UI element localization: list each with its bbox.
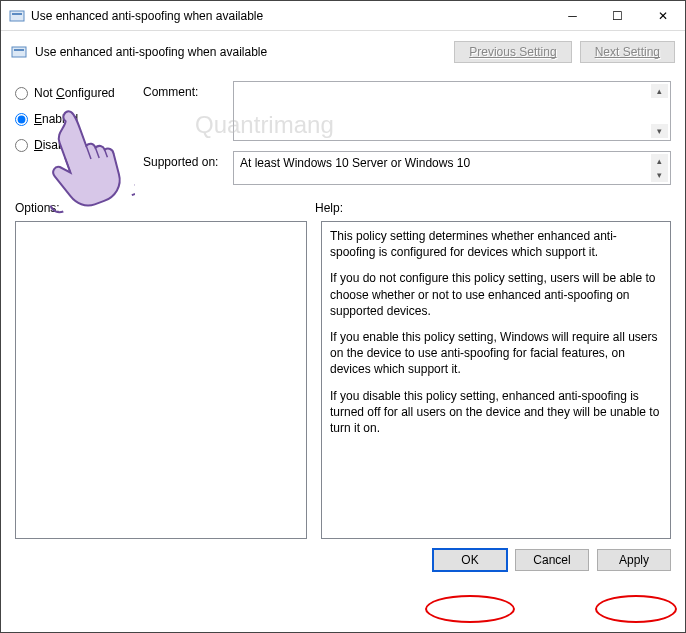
supported-on-label: Supported on: (143, 151, 233, 185)
maximize-button[interactable]: ☐ (595, 1, 640, 30)
policy-icon (11, 44, 27, 60)
help-text: If you enable this policy setting, Windo… (330, 329, 662, 378)
supported-on-box: At least Windows 10 Server or Windows 10… (233, 151, 671, 185)
scroll-up-icon[interactable]: ▴ (651, 154, 668, 168)
annotation-oval (425, 595, 515, 623)
scroll-up-icon[interactable]: ▴ (651, 84, 668, 98)
comment-textarea[interactable]: ▴ ▾ (233, 81, 671, 141)
svg-rect-1 (12, 13, 22, 15)
minimize-button[interactable]: ─ (550, 1, 595, 30)
radio-label: Enabled (34, 112, 78, 126)
radio-enabled-input[interactable] (15, 113, 28, 126)
comment-label: Comment: (143, 81, 233, 141)
ok-button[interactable]: OK (433, 549, 507, 571)
apply-button[interactable]: Apply (597, 549, 671, 571)
radio-label: Not Configured (34, 86, 115, 100)
previous-setting-button[interactable]: Previous Setting (454, 41, 571, 63)
dialog-footer: OK Cancel Apply (1, 539, 685, 581)
cancel-button[interactable]: Cancel (515, 549, 589, 571)
annotation-oval (595, 595, 677, 623)
help-pane: This policy setting determines whether e… (321, 221, 671, 539)
radio-not-configured[interactable]: Not Configured (15, 86, 143, 100)
help-text: If you disable this policy setting, enha… (330, 388, 662, 437)
radio-enabled[interactable]: Enabled (15, 112, 143, 126)
options-pane (15, 221, 307, 539)
scroll-down-icon[interactable]: ▾ (651, 124, 668, 138)
close-button[interactable]: ✕ (640, 1, 685, 30)
supported-on-value: At least Windows 10 Server or Windows 10 (240, 156, 470, 170)
radio-disabled[interactable]: Disabled (15, 138, 143, 152)
policy-icon (9, 8, 25, 24)
help-text: If you do not configure this policy sett… (330, 270, 662, 319)
radio-label: Disabled (34, 138, 81, 152)
state-radio-group: Not Configured Enabled Disabled (15, 81, 143, 195)
svg-rect-3 (14, 49, 24, 51)
radio-not-configured-input[interactable] (15, 87, 28, 100)
policy-title: Use enhanced anti-spoofing when availabl… (35, 45, 454, 59)
titlebar: Use enhanced anti-spoofing when availabl… (1, 1, 685, 31)
svg-rect-0 (10, 11, 24, 21)
help-text: This policy setting determines whether e… (330, 228, 662, 260)
help-label: Help: (315, 201, 343, 215)
toolbar: Use enhanced anti-spoofing when availabl… (1, 31, 685, 73)
options-label: Options: (15, 201, 315, 215)
next-setting-button[interactable]: Next Setting (580, 41, 675, 63)
window-title: Use enhanced anti-spoofing when availabl… (31, 9, 550, 23)
scroll-down-icon[interactable]: ▾ (651, 168, 668, 182)
svg-rect-2 (12, 47, 26, 57)
radio-disabled-input[interactable] (15, 139, 28, 152)
